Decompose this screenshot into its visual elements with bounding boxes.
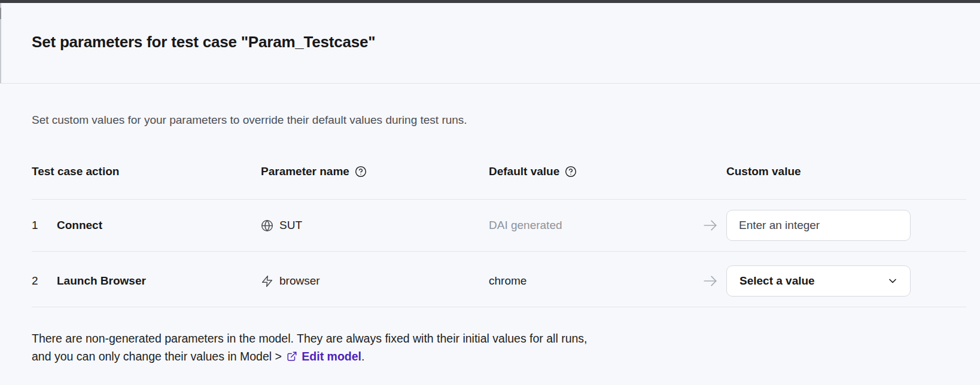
arrow-right-icon (702, 218, 718, 233)
footer-period: . (361, 350, 364, 363)
help-circle-icon[interactable] (355, 166, 367, 178)
parameter-name: browser (279, 274, 320, 288)
footer-line-2-text: and you can only change their values in … (32, 350, 285, 363)
action-name: Connect (57, 219, 102, 232)
column-header-label: Custom value (726, 165, 801, 178)
parameter-name: SUT (279, 219, 302, 232)
column-header-test-case-action: Test case action (32, 165, 119, 178)
modal-title: Set parameters for test case "Param_Test… (32, 32, 376, 51)
footer-line-2: and you can only change their values in … (32, 347, 588, 365)
default-value: chrome (489, 274, 526, 288)
header-divider (0, 83, 980, 84)
column-header-parameter-name: Parameter name (261, 165, 367, 178)
default-value: DAI generated (489, 219, 562, 232)
parameter-name-cell: SUT (261, 219, 302, 232)
left-edge-scroll-thumb[interactable] (0, 8, 1, 19)
footer-note: There are non-generated parameters in th… (32, 329, 588, 365)
parameter-name-cell: browser (261, 274, 320, 288)
set-parameters-modal: Set parameters for test case "Param_Test… (0, 0, 980, 385)
column-header-custom-value: Custom value (726, 165, 801, 178)
footer-line-1: There are non-generated parameters in th… (32, 329, 588, 347)
custom-value-select[interactable]: Select a value (726, 265, 911, 297)
row-index: 2 (32, 274, 38, 288)
custom-value-input[interactable] (726, 210, 911, 241)
help-circle-icon[interactable] (565, 166, 577, 178)
column-header-default-value: Default value (489, 165, 577, 178)
row-divider (32, 199, 966, 200)
column-header-label: Test case action (32, 165, 119, 178)
window-top-bar (0, 0, 980, 3)
select-placeholder: Select a value (739, 274, 815, 288)
row-divider (32, 251, 966, 252)
column-header-label: Parameter name (261, 165, 349, 178)
row-divider (32, 307, 966, 307)
arrow-right-icon (702, 273, 718, 289)
row-index: 1 (32, 219, 38, 232)
chevron-down-icon (887, 275, 899, 287)
action-name: Launch Browser (57, 274, 146, 288)
column-header-label: Default value (489, 165, 559, 178)
intro-text: Set custom values for your parameters to… (32, 113, 467, 127)
globe-icon (261, 219, 273, 232)
external-link-icon (287, 351, 297, 362)
zap-icon (261, 275, 273, 288)
edit-model-link[interactable]: Edit model (302, 350, 361, 363)
